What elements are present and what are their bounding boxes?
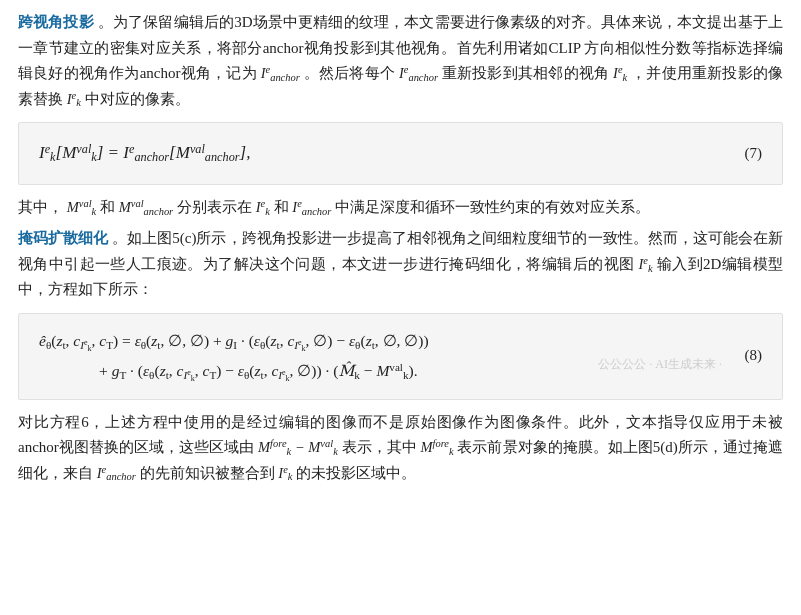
page-content: 跨视角投影 。为了保留编辑后的3D场景中更精细的纹理，本文需要进行像素级的对齐。… (18, 10, 783, 486)
masking-diffusion-section: 掩码扩散细化 。如上图5(c)所示，跨视角投影进一步提高了相邻视角之间细粒度细节… (18, 226, 783, 486)
cross-view-text-2: 。然后将每个 (304, 65, 395, 81)
masking-paragraph: 掩码扩散细化 。如上图5(c)所示，跨视角投影进一步提高了相邻视角之间细粒度细节… (18, 226, 783, 303)
formula-ik: Iek (613, 65, 627, 81)
formula-8-number: (8) (745, 343, 763, 369)
cross-view-paragraph: 跨视角投影 。为了保留编辑后的3D场景中更精细的纹理，本文需要进行像素级的对齐。… (18, 10, 783, 112)
formula-8-box: êθ(zt, cIek, cT) = εθ(zt, ∅, ∅) + gI · (… (18, 313, 783, 400)
formula-iek-3: Iek (278, 465, 292, 481)
section-title-cross-view: 跨视角投影 (18, 14, 94, 30)
formula-ie-anchor-3: Ieanchor (97, 465, 136, 481)
between-text-4: 和 (274, 199, 293, 215)
cross-view-section: 跨视角投影 。为了保留编辑后的3D场景中更精细的纹理，本文需要进行像素级的对齐。… (18, 10, 783, 220)
cross-view-text-3: 重新投影到其相邻的视角 (442, 65, 613, 81)
formula-anchor-ref: Ieanchor (261, 65, 300, 81)
between-paragraph: 其中， Mvalk 和 Mvalanchor 分别表示在 Iek 和 Ieanc… (18, 195, 783, 221)
compare-text-2: 表示，其中 (342, 439, 421, 455)
cross-view-text-5: 中对应的像素。 (85, 91, 190, 107)
formula-7-box: Iek[Mvalk] = Ieanchor[Mvalanchor], (7) (18, 122, 783, 185)
formula-8-line1: êθ(zt, cIek, cT) = εθ(zt, ∅, ∅) + gI · (… (39, 328, 733, 354)
formula-7-content: Iek[Mvalk] = Ieanchor[Mvalanchor], (39, 139, 250, 168)
formula-mval-k: Mvalk (67, 199, 97, 215)
formula-mfore-mval: Mforek − Mvalk (258, 439, 338, 455)
formula-mval-anchor: Mvalanchor (119, 199, 173, 215)
formula-8-line2: + gT · (εθ(zt, cIek, cT) − εθ(zt, cIek, … (39, 358, 733, 384)
formula-mfore: Mforek (420, 439, 453, 455)
between-text-2: 和 (100, 199, 119, 215)
formula-iek: Iek (256, 199, 270, 215)
between-text-5: 中满足深度和循环一致性约束的有效对应关系。 (335, 199, 650, 215)
formula-ik-2: Iek (67, 91, 81, 107)
between-text-3: 分别表示在 (177, 199, 256, 215)
formula-7-number: (7) (745, 141, 763, 167)
compare-text-5: 的未投影区域中。 (296, 465, 416, 481)
compare-paragraph: 对比方程6，上述方程中使用的是经过编辑的图像而不是原始图像作为图像条件。此外，文… (18, 410, 783, 487)
formula-ie-anchor-2: Ieanchor (292, 199, 331, 215)
formula-ie-anchor: Ieanchor (399, 65, 442, 81)
between-text-start: 其中， (18, 199, 63, 215)
section-title-masking: 掩码扩散细化 (18, 230, 108, 246)
formula-iek-2: Iek (639, 256, 653, 272)
compare-text-4: 的先前知识被整合到 (140, 465, 279, 481)
